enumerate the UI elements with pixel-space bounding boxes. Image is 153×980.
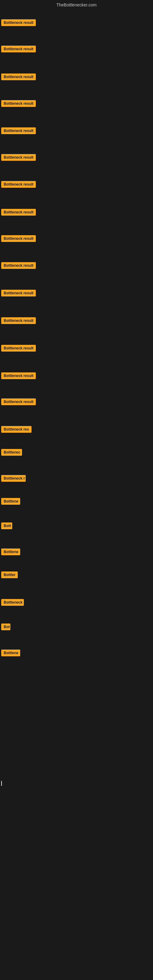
result-row-2: Bottleneck result — [0, 44, 153, 54]
result-row-17: Bottlenec — [0, 447, 153, 458]
result-row-3: Bottleneck result — [0, 72, 153, 82]
bottleneck-badge-12[interactable]: Bottleneck result — [1, 317, 36, 324]
bottleneck-badge-3[interactable]: Bottleneck result — [1, 73, 36, 80]
result-row-25: Bottlene — [0, 648, 153, 658]
bottleneck-badge-2[interactable]: Bottleneck result — [1, 46, 36, 52]
result-row-1: Bottleneck result — [0, 18, 153, 28]
bottleneck-badge-6[interactable]: Bottleneck result — [1, 154, 36, 161]
bottleneck-badge-18[interactable]: Bottleneck r — [1, 475, 26, 482]
result-row-12: Bottleneck result — [0, 315, 153, 326]
bottleneck-badge-9[interactable]: Bottleneck result — [1, 235, 36, 242]
result-row-9: Bottleneck result — [0, 233, 153, 244]
site-title: TheBottlenecker.com — [0, 0, 153, 10]
bottleneck-badge-7[interactable]: Bottleneck result — [1, 181, 36, 188]
bottleneck-badge-25[interactable]: Bottlene — [1, 649, 20, 656]
bottleneck-badge-10[interactable]: Bottleneck result — [1, 262, 36, 269]
result-row-7: Bottleneck result — [0, 179, 153, 189]
bottleneck-badge-20[interactable]: Bott — [1, 522, 12, 529]
result-row-21: Bottlene — [0, 547, 153, 557]
bottleneck-badge-11[interactable]: Bottleneck result — [1, 290, 36, 296]
result-row-16: Bottleneck res — [0, 424, 153, 434]
result-row-20: Bott — [0, 520, 153, 531]
result-row-19: Bottlene — [0, 496, 153, 506]
bottleneck-badge-13[interactable]: Bottleneck result — [1, 345, 36, 352]
site-header: TheBottlenecker.com — [0, 0, 153, 10]
bottleneck-badge-1[interactable]: Bottleneck result — [1, 19, 36, 26]
bottleneck-badge-4[interactable]: Bottleneck result — [1, 100, 36, 107]
result-row-8: Bottleneck result — [0, 207, 153, 218]
bottleneck-badge-24[interactable]: Bot — [1, 624, 10, 630]
result-row-22: Bottler — [0, 570, 153, 580]
result-row-14: Bottleneck result — [0, 371, 153, 381]
result-row-23: Bottleneck — [0, 597, 153, 608]
result-row-5: Bottleneck result — [0, 126, 153, 136]
result-row-6: Bottleneck result — [0, 152, 153, 162]
bottleneck-badge-22[interactable]: Bottler — [1, 571, 18, 578]
result-row-13: Bottleneck result — [0, 343, 153, 353]
bottleneck-badge-17[interactable]: Bottlenec — [1, 449, 22, 456]
result-row-11: Bottleneck result — [0, 288, 153, 298]
bottleneck-badge-16[interactable]: Bottleneck res — [1, 426, 32, 433]
result-row-24: Bot — [0, 622, 153, 632]
bottleneck-badge-19[interactable]: Bottlene — [1, 498, 20, 505]
bottleneck-badge-21[interactable]: Bottlene — [1, 549, 20, 555]
bottleneck-badge-5[interactable]: Bottleneck result — [1, 127, 36, 134]
result-row-4: Bottleneck result — [0, 98, 153, 109]
bottleneck-badge-8[interactable]: Bottleneck result — [1, 209, 36, 216]
bottleneck-badge-23[interactable]: Bottleneck — [1, 599, 24, 606]
bottleneck-badge-14[interactable]: Bottleneck result — [1, 372, 36, 379]
result-row-10: Bottleneck result — [0, 260, 153, 271]
result-row-18: Bottleneck r — [0, 473, 153, 484]
result-row-15: Bottleneck result — [0, 396, 153, 407]
bottleneck-badge-15[interactable]: Bottleneck result — [1, 398, 36, 405]
text-cursor — [1, 781, 2, 786]
